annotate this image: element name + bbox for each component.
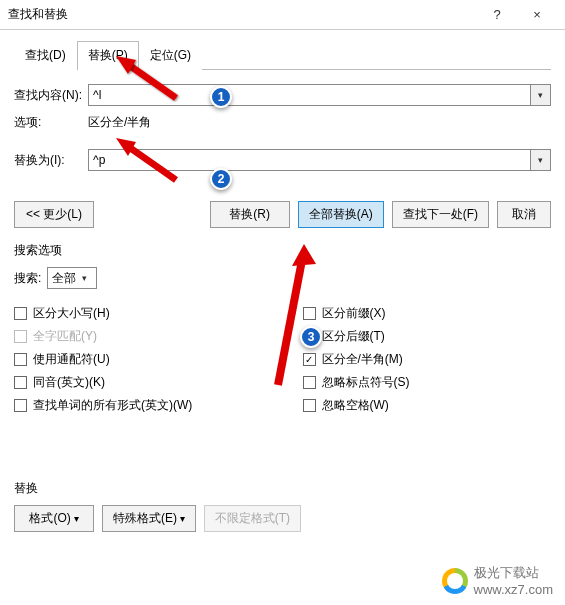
cb-all-forms[interactable]: 查找单词的所有形式(英文)(W): [14, 397, 263, 414]
special-button[interactable]: 特殊格式(E): [102, 505, 196, 532]
tab-find[interactable]: 查找(D): [14, 41, 77, 70]
find-next-button[interactable]: 查找下一处(F): [392, 201, 489, 228]
replace-section-title: 替换: [14, 480, 551, 497]
watermark-line2: www.xz7.com: [474, 582, 553, 597]
titlebar: 查找和替换 ? ×: [0, 0, 565, 30]
tabstrip: 查找(D) 替换(P) 定位(G): [14, 40, 551, 70]
find-label: 查找内容(N):: [14, 87, 88, 104]
no-format-button: 不限定格式(T): [204, 505, 301, 532]
replace-all-button[interactable]: 全部替换(A): [298, 201, 384, 228]
window-title: 查找和替换: [8, 6, 477, 23]
cb-wildcards[interactable]: 使用通配符(U): [14, 351, 263, 368]
close-button[interactable]: ×: [517, 7, 557, 22]
tab-replace[interactable]: 替换(P): [77, 41, 139, 70]
less-button[interactable]: << 更少(L): [14, 201, 94, 228]
find-input[interactable]: [88, 84, 531, 106]
cb-sounds-like[interactable]: 同音(英文)(K): [14, 374, 263, 391]
options-value: 区分全/半角: [88, 114, 151, 131]
replace-button[interactable]: 替换(R): [210, 201, 290, 228]
replace-label: 替换为(I):: [14, 152, 88, 169]
watermark-logo-icon: [442, 568, 468, 594]
search-options-title: 搜索选项: [14, 242, 551, 259]
annotation-badge-2: 2: [210, 168, 232, 190]
cb-suffix[interactable]: 区分后缀(T): [303, 328, 552, 345]
cb-full-half[interactable]: ✓区分全/半角(M): [303, 351, 552, 368]
find-dropdown[interactable]: ▾: [531, 84, 551, 106]
cb-prefix[interactable]: 区分前缀(X): [303, 305, 552, 322]
search-direction-select[interactable]: 全部▾: [47, 267, 97, 289]
tab-goto[interactable]: 定位(G): [139, 41, 202, 70]
watermark: 极光下载站 www.xz7.com: [442, 564, 553, 597]
watermark-line1: 极光下载站: [474, 564, 553, 582]
search-direction-label: 搜索:: [14, 270, 41, 287]
cb-punct[interactable]: 忽略标点符号(S): [303, 374, 552, 391]
options-label: 选项:: [14, 114, 88, 131]
cb-space[interactable]: 忽略空格(W): [303, 397, 552, 414]
replace-dropdown[interactable]: ▾: [531, 149, 551, 171]
cb-match-case[interactable]: 区分大小写(H): [14, 305, 263, 322]
cb-whole-word: 全字匹配(Y): [14, 328, 263, 345]
cancel-button[interactable]: 取消: [497, 201, 551, 228]
help-button[interactable]: ?: [477, 7, 517, 22]
format-button[interactable]: 格式(O): [14, 505, 94, 532]
replace-input[interactable]: [88, 149, 531, 171]
